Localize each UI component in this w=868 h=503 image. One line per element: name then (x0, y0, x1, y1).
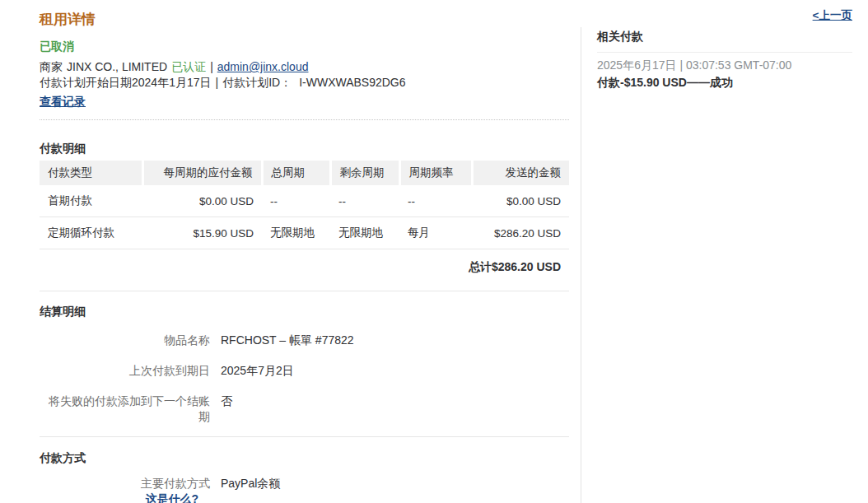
cell-frequency: 每月 (399, 217, 472, 249)
settlement-row: 物品名称 RFCHOST – 帳單 #77822 (40, 333, 569, 348)
section-divider (40, 291, 569, 291)
col-header-remaining-cycles: 剩余周期 (330, 161, 399, 185)
settlement-value: 否 (221, 394, 232, 409)
related-payment-details: -$15.90 USD——成功 (620, 76, 733, 89)
related-payment-timestamp: 2025年6月17日 | 03:07:53 GMT-07:00 (597, 58, 852, 72)
related-payments-sidebar: <上一页 相关付款 2025年6月17日 | 03:07:53 GMT-07:0… (581, 0, 868, 503)
cell-payment-type: 首期付款 (40, 185, 142, 217)
primary-payment-value: PayPal余额 (221, 476, 280, 491)
cell-amount-sent: $286.20 USD (472, 217, 569, 249)
col-header-amount-per-cycle: 每周期的应付金额 (142, 161, 262, 185)
col-header-frequency: 周期频率 (399, 161, 472, 185)
verified-badge: 已认证 (171, 60, 206, 73)
view-records-link[interactable]: 查看记录 (40, 95, 86, 109)
table-total: 总计$286.20 USD (40, 249, 569, 275)
payment-details-table: 付款类型 每周期的应付金额 总周期 剩余周期 周期频率 发送的金额 首期付款 $… (40, 161, 569, 249)
settlement-value: 2025年7月2日 (221, 363, 294, 379)
settlement-label: 将失败的付款添加到下一个结账期 (40, 394, 210, 425)
table-row: 首期付款 $0.00 USD -- -- -- $0.00 USD (40, 185, 569, 217)
table-header-row: 付款类型 每周期的应付金额 总周期 剩余周期 周期频率 发送的金额 (40, 161, 569, 185)
plan-separator: | (216, 76, 219, 89)
related-payments-divider (597, 52, 852, 53)
related-payment-entry: 付款-$15.90 USD——成功 (597, 75, 852, 90)
col-header-payment-type: 付款类型 (40, 161, 142, 185)
cell-amount-per-cycle: $15.90 USD (142, 217, 262, 249)
plan-start-date: 付款计划开始日期2024年1月17日 (40, 76, 212, 89)
previous-page-link[interactable]: <上一页 (813, 9, 852, 21)
merchant-prefix: 商家 (40, 60, 63, 73)
dotted-divider (40, 119, 569, 120)
merchant-email-link[interactable]: admin@jinx.cloud (217, 60, 309, 73)
cell-amount-per-cycle: $0.00 USD (142, 185, 262, 217)
related-payments-panel: 相关付款 2025年6月17日 | 03:07:53 GMT-07:00 付款-… (581, 27, 852, 503)
section-divider (40, 436, 569, 437)
settlement-row: 将失败的付款添加到下一个结账期 否 (40, 394, 569, 425)
settlement-heading: 结算明细 (40, 305, 569, 319)
related-payment-type: 付款 (597, 76, 620, 89)
cell-payment-type: 定期循环付款 (40, 217, 142, 249)
merchant-name: JINX CO., LIMITED (67, 60, 167, 73)
status-badge: 已取消 (40, 40, 569, 54)
payment-method-heading: 付款方式 (40, 451, 569, 466)
plan-line: 付款计划开始日期2024年1月17日|付款计划ID：I-WWXWABS92DG6 (40, 75, 569, 91)
primary-payment-method-row: 主要付款方式 这是什么? PayPal余额 (40, 476, 569, 503)
settlement-value: RFCHOST – 帳單 #77822 (221, 333, 354, 348)
settlement-row: 上次付款到期日 2025年7月2日 (40, 363, 569, 379)
cell-frequency: -- (399, 185, 472, 217)
cell-total-cycles: -- (262, 185, 330, 217)
page-title: 租用详情 (40, 10, 569, 29)
table-row: 定期循环付款 $15.90 USD 无限期地 无限期地 每月 $286.20 U… (40, 217, 569, 249)
primary-payment-label: 主要付款方式 (40, 476, 210, 491)
subscription-detail-page: 租用详情 已取消 商家JINX CO., LIMITED已认证|admin@ji… (0, 0, 868, 503)
primary-payment-label-stack: 主要付款方式 这是什么? (40, 476, 210, 503)
payment-details-heading: 付款明细 (40, 142, 569, 156)
settlement-label: 上次付款到期日 (40, 363, 210, 379)
related-payments-heading: 相关付款 (597, 30, 852, 44)
settlement-label: 物品名称 (40, 333, 210, 348)
main-content: 租用详情 已取消 商家JINX CO., LIMITED已认证|admin@ji… (0, 0, 581, 503)
col-header-total-cycles: 总周期 (262, 161, 330, 185)
cell-remaining-cycles: 无限期地 (330, 217, 399, 249)
merchant-line: 商家JINX CO., LIMITED已认证|admin@jinx.cloud (40, 59, 569, 75)
col-header-amount-sent: 发送的金额 (472, 161, 569, 185)
back-link-row: <上一页 (581, 0, 852, 23)
cell-total-cycles: 无限期地 (262, 217, 330, 249)
cell-remaining-cycles: -- (330, 185, 399, 217)
plan-id-label: 付款计划ID： (222, 76, 292, 89)
merchant-separator: | (210, 60, 213, 73)
what-is-this-link[interactable]: 这是什么? (145, 492, 198, 503)
cell-amount-sent: $0.00 USD (472, 185, 569, 217)
plan-id-value: I-WWXWABS92DG6 (299, 76, 405, 89)
